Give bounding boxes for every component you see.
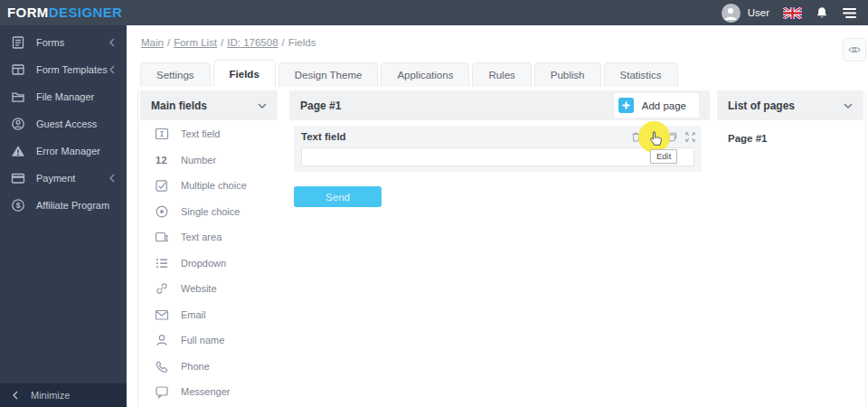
field-type-messenger[interactable]: Messenger	[140, 379, 278, 405]
sidebar-minimize-button[interactable]: Minimize	[0, 383, 127, 407]
field-type-label: Messenger	[181, 386, 230, 397]
error-manager-icon	[11, 144, 25, 158]
pages-panel: List of pages Page #1	[717, 90, 863, 144]
field-type-website[interactable]: Website	[140, 276, 278, 302]
user-menu[interactable]: User	[722, 4, 769, 23]
fields-panel-title: Main fields	[151, 99, 207, 112]
field-type-single-choice[interactable]: Single choice	[140, 199, 278, 225]
sidebar-item-forms[interactable]: Forms	[0, 29, 127, 56]
sidebar-item-form-templates[interactable]: Form Templates	[0, 56, 127, 83]
guest-access-icon	[11, 117, 25, 131]
sidebar-item-file-manager[interactable]: File Manager	[0, 83, 127, 110]
sidebar-item-affiliate-program[interactable]: $ Affiliate Program	[0, 192, 127, 219]
topbar-actions: User	[722, 4, 868, 23]
left-panel-divider	[137, 90, 138, 407]
field-type-label: Number	[181, 155, 216, 166]
form-field-label: Text field	[301, 131, 346, 142]
sidebar-item-label: Affiliate Program	[36, 200, 109, 211]
file-manager-icon	[11, 90, 25, 104]
form-field-card[interactable]: Text field Edit	[294, 126, 702, 172]
right-panel-divider	[865, 90, 866, 407]
website-icon	[154, 281, 169, 297]
sidebar-item-label: Forms	[36, 37, 64, 48]
minimize-label: Minimize	[31, 390, 70, 401]
chevron-left-icon	[109, 174, 115, 183]
sidebar-item-label: Form Templates	[36, 64, 108, 75]
notifications-bell-icon[interactable]	[816, 6, 828, 20]
formdesigner-app: FORMDESIGNER User	[0, 0, 868, 407]
tab-design-theme[interactable]: Design Theme	[278, 62, 379, 87]
breadcrumb: Main/Form List/ID: 176508/Fields	[141, 37, 316, 48]
app-logo[interactable]: FORMDESIGNER	[7, 0, 122, 25]
field-type-phone[interactable]: Phone	[140, 354, 278, 380]
field-type-label: Email	[181, 309, 206, 320]
chevron-left-icon	[13, 391, 18, 400]
page-list-item[interactable]: Page #1	[717, 120, 863, 144]
forms-icon	[11, 35, 25, 50]
tab-fields[interactable]: Fields	[213, 60, 276, 87]
tab-statistics[interactable]: Statistics	[604, 62, 678, 87]
add-page-button[interactable]: Add page	[614, 93, 699, 118]
sidebar-item-error-manager[interactable]: Error Manager	[0, 137, 127, 165]
sidebar: Forms Form Templates File Manager Guest …	[0, 25, 127, 407]
field-type-label: Full name	[181, 335, 224, 345]
field-type-label: Text field	[181, 128, 220, 139]
sidebar-item-label: Guest Access	[36, 118, 97, 129]
breadcrumb-main[interactable]: Main	[141, 37, 164, 48]
edit-tooltip: Edit	[650, 149, 677, 164]
chevron-down-icon	[258, 103, 267, 109]
tab-applications[interactable]: Applications	[381, 62, 469, 87]
breadcrumb-form-list[interactable]: Form List	[174, 37, 217, 48]
plus-icon	[618, 98, 634, 113]
field-type-dropdown[interactable]: Dropdown	[140, 251, 278, 277]
tab-rules[interactable]: Rules	[472, 62, 531, 87]
messenger-icon	[154, 384, 169, 400]
breadcrumb-form-id[interactable]: ID: 176508	[227, 37, 278, 48]
phone-icon	[154, 358, 169, 374]
breadcrumb-separator: /	[221, 37, 223, 48]
text-area-icon	[154, 230, 169, 245]
breadcrumb-separator: /	[282, 37, 285, 48]
email-icon	[154, 307, 169, 322]
full-name-icon	[154, 333, 169, 348]
breadcrumb-current: Fields	[288, 37, 316, 48]
breadcrumb-bar: Main/Form List/ID: 176508/Fields	[127, 25, 868, 60]
tab-publish[interactable]: Publish	[534, 62, 601, 87]
form-tabs: Settings Fields Design Theme Application…	[140, 60, 681, 87]
page-title: Page #1	[300, 99, 341, 112]
fields-panel: Main fields Text field 12 Number Multipl…	[140, 90, 278, 405]
text-field-input[interactable]	[301, 147, 694, 166]
number-icon: 12	[154, 152, 169, 167]
dropdown-icon	[154, 255, 169, 270]
fields-panel-header[interactable]: Main fields	[140, 90, 278, 120]
affiliate-program-icon: $	[11, 198, 25, 213]
logo-text-form: FORM	[7, 5, 49, 20]
preview-eye-button[interactable]	[843, 38, 866, 62]
language-flag-uk-icon[interactable]	[783, 7, 802, 19]
field-type-text-area[interactable]: Text area	[140, 224, 278, 251]
sidebar-item-label: Payment	[36, 173, 75, 184]
user-name: User	[748, 7, 769, 18]
multiple-choice-icon	[154, 178, 169, 194]
pages-panel-header[interactable]: List of pages	[717, 90, 863, 120]
field-type-label: Text area	[181, 232, 222, 242]
sidebar-item-payment[interactable]: Payment	[0, 165, 127, 192]
field-type-number[interactable]: 12 Number	[140, 147, 278, 174]
field-type-text-field[interactable]: Text field	[140, 121, 278, 147]
tab-settings[interactable]: Settings	[140, 62, 211, 87]
sidebar-item-label: File Manager	[36, 91, 94, 102]
field-type-multiple-choice[interactable]: Multiple choice	[140, 173, 278, 199]
chevron-left-icon	[109, 38, 115, 47]
send-button[interactable]: Send	[294, 186, 382, 207]
chevron-left-icon	[109, 65, 115, 74]
menu-hamburger-icon[interactable]	[842, 7, 857, 19]
field-type-label: Single choice	[181, 206, 240, 217]
sidebar-item-guest-access[interactable]: Guest Access	[0, 110, 127, 137]
field-type-label: Website	[181, 283, 217, 294]
chevron-down-icon	[844, 103, 853, 109]
field-type-email[interactable]: Email	[140, 302, 278, 328]
page-canvas-panel: Page #1 Add page Text field	[289, 90, 710, 172]
expand-icon[interactable]	[684, 131, 696, 143]
field-type-full-name[interactable]: Full name	[140, 327, 278, 354]
svg-text:$: $	[16, 201, 21, 210]
